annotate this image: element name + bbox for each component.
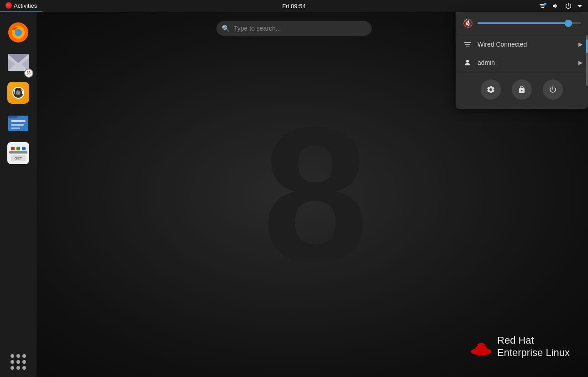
dock-app-files[interactable] [5,110,31,136]
svg-rect-27 [465,44,470,45]
show-apps-button[interactable] [10,347,26,370]
volume-slider[interactable] [478,22,581,24]
user-label: admin [478,59,495,66]
svg-rect-16 [11,120,26,122]
svg-rect-2 [541,7,545,8]
clock-display: Fri 09:54 [282,3,305,10]
redhat-hat-icon [470,338,493,356]
power-tray-icon[interactable] [562,0,574,12]
volume-row: 🔇 [456,12,588,35]
mail-clock-badge: ⏰ [24,69,33,78]
system-menu-panel: 🔇 Wired Connected ▶ admin ▶ [456,12,588,109]
activities-button[interactable]: Activities [0,0,42,12]
volume-filled [478,22,568,24]
dot [22,354,26,358]
svg-rect-20 [9,151,27,154]
dot [22,360,26,364]
user-item[interactable]: admin ▶ [456,53,588,72]
network-tray-icon[interactable] [537,0,549,12]
svg-point-7 [15,29,22,36]
menu-scrollbar-thumb [586,39,588,53]
svg-text:GET: GET [15,156,22,160]
lock-button[interactable] [512,80,532,100]
dock-app-mail[interactable]: ⏰ [5,49,31,76]
user-icon [463,58,472,67]
tray-arrow-icon[interactable] [575,0,584,12]
dot [16,360,20,364]
dot [10,354,14,358]
svg-rect-26 [464,42,471,43]
dock-app-firefox[interactable] [5,19,31,46]
dock-app-software[interactable]: GET [5,140,31,166]
svg-rect-23 [22,147,26,150]
dot [16,366,20,370]
svg-point-3 [544,3,546,5]
rhel-version-logo: 8 [262,99,369,291]
menu-scrollbar [586,35,588,86]
dock-app-rhythmbox[interactable] [5,80,31,106]
svg-rect-22 [16,147,20,150]
menu-buttons-row [456,72,588,101]
network-icon [463,40,472,49]
dock: ⏰ GET [0,12,37,377]
settings-button[interactable] [481,80,501,100]
system-tray [537,0,588,12]
redhat-logo: Red Hat Enterprise Linux [470,335,570,359]
search-icon: 🔍 [222,25,230,32]
topbar: Activities Fri 09:54 [0,0,588,12]
dot [10,366,14,370]
redhat-text: Red Hat Enterprise Linux [497,335,570,359]
volume-knob [565,20,572,27]
wired-label: Wired Connected [478,41,527,48]
volume-tray-icon[interactable] [550,0,562,12]
svg-point-29 [466,60,469,63]
svg-point-13 [16,90,21,95]
user-arrow-icon: ▶ [578,59,583,66]
activities-label: Activities [14,2,37,9]
svg-rect-18 [11,127,20,129]
svg-rect-15 [8,116,17,118]
wired-connected-item[interactable]: Wired Connected ▶ [456,35,588,53]
svg-rect-21 [11,147,15,150]
volume-mute-icon: 🔇 [463,18,473,28]
power-button[interactable] [543,80,563,100]
dot [22,366,26,370]
svg-rect-28 [466,46,469,47]
dot [10,360,14,364]
search-bar: 🔍 [216,21,372,36]
svg-rect-1 [541,5,546,6]
search-input[interactable] [216,21,372,36]
rhel-logo-icon [5,2,12,9]
wired-arrow-icon: ▶ [578,41,583,48]
dot [16,354,20,358]
svg-rect-17 [11,124,24,126]
rhythmbox-icon [7,82,29,104]
